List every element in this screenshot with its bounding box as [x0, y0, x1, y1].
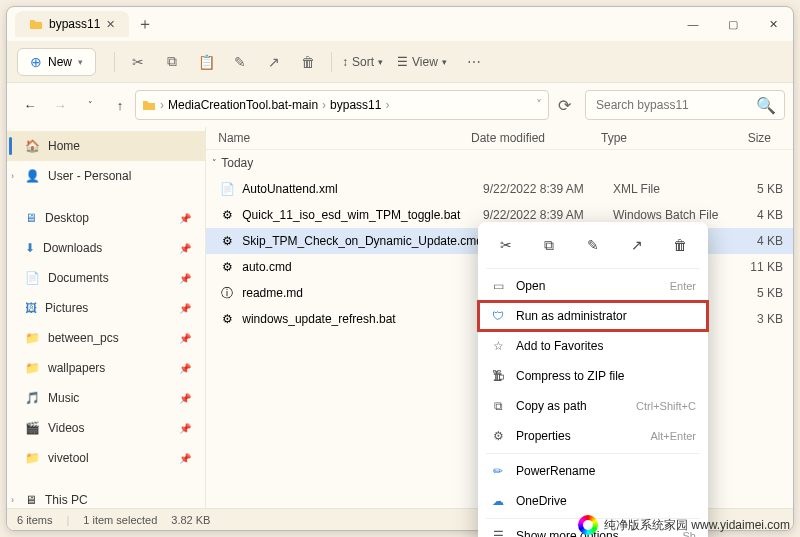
file-name: readme.md: [242, 286, 483, 300]
sidebar-item-videos[interactable]: 🎬Videos📌: [7, 413, 205, 443]
col-size[interactable]: Size: [721, 131, 781, 145]
plus-icon: ⊕: [30, 54, 42, 70]
col-date[interactable]: Date modified: [471, 131, 601, 145]
file-type: Windows Batch File: [613, 208, 733, 222]
file-icon: 📄: [218, 182, 236, 196]
close-button[interactable]: ✕: [753, 8, 793, 40]
view-button[interactable]: ☰View▾: [397, 55, 447, 69]
file-type: XML File: [613, 182, 733, 196]
address-bar: ← → ˅ ↑ › MediaCreationTool.bat-main › b…: [7, 83, 793, 127]
sidebar-item-desktop[interactable]: 🖥Desktop📌: [7, 203, 205, 233]
pin-icon: 📌: [179, 393, 191, 404]
ctx-rename-icon[interactable]: ✎: [580, 232, 606, 258]
sidebar-item-vivetool[interactable]: 📁vivetool📌: [7, 443, 205, 473]
ctx-onedrive[interactable]: ☁OneDrive: [478, 486, 708, 516]
search-icon: 🔍: [756, 96, 776, 115]
ctx-share-icon[interactable]: ↗: [624, 232, 650, 258]
sidebar-this-pc[interactable]: › 🖥 This PC: [7, 485, 205, 508]
pr-icon: ✏: [490, 464, 506, 478]
sidebar-item-music[interactable]: 🎵Music📌: [7, 383, 205, 413]
sort-icon: ↕: [342, 55, 348, 69]
props-icon: ⚙: [490, 429, 506, 443]
chevron-right-icon: ›: [11, 495, 14, 505]
file-date: 9/22/2022 8:39 AM: [483, 208, 613, 222]
paste-icon[interactable]: 📋: [191, 47, 221, 77]
tab-close-icon[interactable]: ✕: [106, 18, 115, 31]
ctx-cut-icon[interactable]: ✂: [493, 232, 519, 258]
file-row[interactable]: 📄AutoUnattend.xml9/22/2022 8:39 AMXML Fi…: [206, 176, 793, 202]
user-icon: 👤: [25, 169, 40, 183]
sidebar-item-downloads[interactable]: ⬇Downloads📌: [7, 233, 205, 263]
chevron-down-icon: ˅: [212, 158, 217, 168]
breadcrumb-segment[interactable]: bypass11: [330, 98, 381, 112]
ctx-run-as-administrator[interactable]: 🛡Run as administrator: [478, 301, 708, 331]
sidebar-item-wallpapers[interactable]: 📁wallpapers📌: [7, 353, 205, 383]
col-name[interactable]: Name: [218, 131, 471, 145]
new-button[interactable]: ⊕ New ▾: [17, 48, 96, 76]
file-icon: ⚙: [218, 260, 236, 274]
sidebar-user[interactable]: › 👤 User - Personal: [7, 161, 205, 191]
ctx-properties[interactable]: ⚙PropertiesAlt+Enter: [478, 421, 708, 451]
folder-icon: ⬇: [25, 241, 35, 255]
sidebar-item-documents[interactable]: 📄Documents📌: [7, 263, 205, 293]
group-header[interactable]: ˅ Today: [206, 150, 793, 176]
sidebar-item-between_pcs[interactable]: 📁between_pcs📌: [7, 323, 205, 353]
view-icon: ☰: [397, 55, 408, 69]
window-tab[interactable]: bypass11 ✕: [15, 11, 129, 37]
ctx-copy-as-path[interactable]: ⧉Copy as pathCtrl+Shift+C: [478, 391, 708, 421]
cut-icon[interactable]: ✂: [123, 47, 153, 77]
file-size: 5 KB: [733, 286, 793, 300]
more-icon[interactable]: ⋯: [459, 47, 489, 77]
file-size: 4 KB: [733, 208, 793, 222]
folder-icon: [142, 98, 156, 112]
pin-icon: 📌: [179, 273, 191, 284]
home-icon: 🏠: [25, 139, 40, 153]
rename-icon[interactable]: ✎: [225, 47, 255, 77]
sort-button[interactable]: ↕Sort▾: [342, 55, 383, 69]
file-icon: ⓘ: [218, 285, 236, 302]
pin-icon: 📌: [179, 213, 191, 224]
copy-icon[interactable]: ⧉: [157, 47, 187, 77]
status-size: 3.82 KB: [171, 514, 210, 526]
pc-icon: 🖥: [25, 493, 37, 507]
folder-icon: 🎬: [25, 421, 40, 435]
file-size: 11 KB: [733, 260, 793, 274]
tab-title: bypass11: [49, 17, 100, 31]
file-icon: ⚙: [218, 234, 236, 248]
search-box[interactable]: 🔍: [585, 90, 785, 120]
forward-button[interactable]: →: [45, 90, 75, 120]
share-icon[interactable]: ↗: [259, 47, 289, 77]
column-headers[interactable]: Name Date modified Type Size: [206, 127, 793, 150]
recent-button[interactable]: ˅: [75, 90, 105, 120]
folder-icon: 🖼: [25, 301, 37, 315]
ctx-compress-to-zip-file[interactable]: 🗜Compress to ZIP file: [478, 361, 708, 391]
back-button[interactable]: ←: [15, 90, 45, 120]
breadcrumb-segment[interactable]: MediaCreationTool.bat-main: [168, 98, 318, 112]
ctx-add-to-favorites[interactable]: ☆Add to Favorites: [478, 331, 708, 361]
od-icon: ☁: [490, 494, 506, 508]
breadcrumb[interactable]: › MediaCreationTool.bat-main › bypass11 …: [135, 90, 549, 120]
col-type[interactable]: Type: [601, 131, 721, 145]
ctx-delete-icon[interactable]: 🗑: [667, 232, 693, 258]
ctx-powerrename[interactable]: ✏PowerRename: [478, 456, 708, 486]
minimize-button[interactable]: —: [673, 8, 713, 40]
history-chevron-icon[interactable]: ˅: [536, 98, 542, 112]
search-input[interactable]: [594, 97, 756, 113]
toolbar: ⊕ New ▾ ✂ ⧉ 📋 ✎ ↗ 🗑 ↕Sort▾ ☰View▾ ⋯: [7, 41, 793, 83]
sidebar-item-pictures[interactable]: 🖼Pictures📌: [7, 293, 205, 323]
chevron-down-icon: ▾: [78, 57, 83, 67]
refresh-button[interactable]: ⟳: [549, 90, 579, 120]
pin-icon: 📌: [179, 453, 191, 464]
more-options-icon: ☰: [490, 529, 506, 537]
up-button[interactable]: ↑: [105, 90, 135, 120]
sidebar-home[interactable]: 🏠 Home: [7, 131, 205, 161]
new-tab-button[interactable]: ＋: [137, 14, 153, 35]
titlebar: bypass11 ✕ ＋ — ▢ ✕: [7, 7, 793, 41]
file-name: Skip_TPM_Check_on_Dynamic_Update.cmd: [242, 234, 483, 248]
file-name: AutoUnattend.xml: [242, 182, 483, 196]
ctx-open[interactable]: ▭OpenEnter: [478, 271, 708, 301]
file-size: 4 KB: [733, 234, 793, 248]
ctx-copy-icon[interactable]: ⧉: [536, 232, 562, 258]
maximize-button[interactable]: ▢: [713, 8, 753, 40]
delete-icon[interactable]: 🗑: [293, 47, 323, 77]
